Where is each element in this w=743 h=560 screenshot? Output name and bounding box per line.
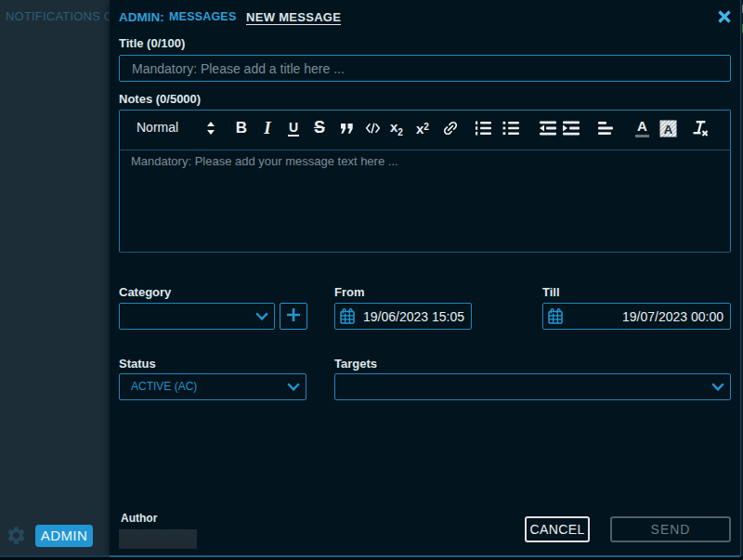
svg-text:A: A [664, 123, 673, 137]
